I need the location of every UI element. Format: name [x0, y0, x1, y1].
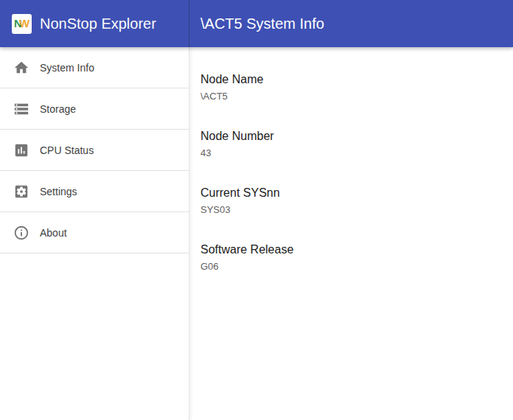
- sidebar-item-system-info[interactable]: System Info: [0, 47, 189, 88]
- sidebar-item-settings[interactable]: Settings: [0, 171, 189, 212]
- info-icon: [13, 225, 29, 241]
- sidebar-item-label: System Info: [40, 62, 94, 74]
- app-title: NonStop Explorer: [40, 15, 156, 32]
- sidebar-item-label: About: [40, 227, 67, 239]
- sidebar-item-label: CPU Status: [40, 144, 94, 156]
- field-node-name: Node Name \ACT5: [200, 71, 513, 102]
- sidebar-item-label: Settings: [40, 186, 77, 197]
- sidebar-item-cpu-status[interactable]: CPU Status: [0, 130, 189, 171]
- field-value: G06: [200, 261, 513, 273]
- sidebar-item-storage[interactable]: Storage: [0, 88, 189, 130]
- field-software-release: Software Release G06: [200, 242, 513, 273]
- header-brand: N W NonStop Explorer: [0, 0, 189, 47]
- field-value: \ACT5: [200, 91, 513, 102]
- field-label: Current SYSnn: [200, 185, 513, 200]
- app-logo: N W: [12, 14, 32, 34]
- field-label: Software Release: [200, 242, 513, 257]
- field-label: Node Number: [200, 128, 513, 144]
- field-value: SYS03: [200, 204, 513, 216]
- field-current-sysnn: Current SYSnn SYS03: [200, 185, 513, 216]
- field-node-number: Node Number 43: [200, 128, 513, 159]
- storage-icon: [13, 101, 29, 117]
- page-title: \ACT5 System Info: [200, 15, 324, 32]
- logo-letter-w: W: [19, 17, 29, 30]
- app-header: N W NonStop Explorer \ACT5 System Info: [0, 0, 513, 47]
- main-content: Node Name \ACT5 Node Number 43 Current S…: [189, 47, 513, 420]
- sidebar-item-label: Storage: [40, 103, 76, 115]
- sidebar: System Info Storage CPU Status Settings: [0, 47, 189, 420]
- field-label: Node Name: [200, 71, 513, 87]
- home-icon: [13, 60, 29, 76]
- settings-icon: [13, 183, 29, 200]
- header-title-bar: \ACT5 System Info: [189, 0, 513, 47]
- app-body: System Info Storage CPU Status Settings: [0, 47, 513, 420]
- bar-chart-icon: [13, 142, 29, 158]
- sidebar-item-about[interactable]: About: [0, 212, 189, 253]
- field-value: 43: [200, 147, 513, 159]
